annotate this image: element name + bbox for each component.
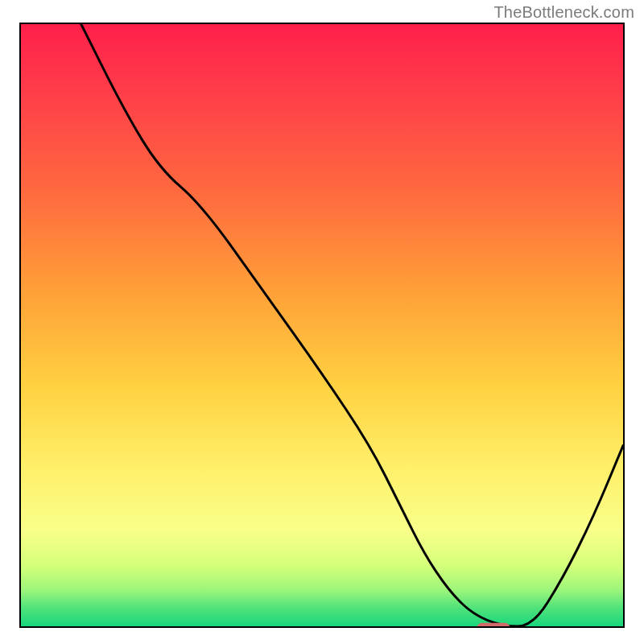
watermark-label: TheBottleneck.com [493,3,634,22]
bottleneck-curve [21,24,623,626]
optimal-marker [476,623,510,628]
plot-area [19,23,625,628]
